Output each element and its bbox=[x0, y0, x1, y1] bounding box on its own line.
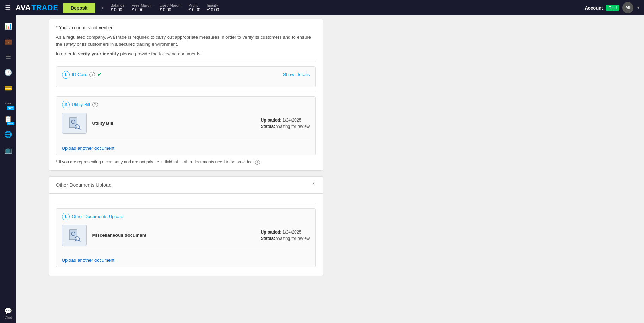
free-margin-label: Free Margin bbox=[132, 3, 152, 7]
account-prefix-text: * Your account is bbox=[56, 25, 91, 30]
sidebar-item-cards[interactable]: 💳 bbox=[1, 81, 15, 95]
balance-label: Balance bbox=[111, 3, 125, 7]
utility-bill-item-row: Utility Bill Uploaded: 1/24/2025 Status:… bbox=[62, 113, 310, 134]
id-card-check-icon: ✔ bbox=[97, 71, 102, 78]
other-docs-title: Other Documents Upload bbox=[56, 182, 112, 188]
other-docs-item-title: Other Documents Upload bbox=[72, 214, 124, 219]
not-verified-text: not verified bbox=[91, 25, 114, 30]
utility-bill-upload-link[interactable]: Upload another document bbox=[62, 145, 115, 151]
uploaded-label: Uploaded: bbox=[261, 118, 282, 123]
profit-label: Profit bbox=[188, 3, 198, 7]
global-icon: 🌐 bbox=[4, 131, 12, 138]
utility-bill-icon-box bbox=[62, 113, 87, 134]
misc-uploaded-label: Uploaded: bbox=[261, 230, 282, 235]
hamburger-menu[interactable]: ☰ bbox=[4, 2, 12, 13]
instruction-suffix: please provide the following documents: bbox=[119, 51, 202, 56]
document-search-icon bbox=[67, 116, 81, 130]
utility-bill-divider bbox=[62, 138, 310, 138]
other-docs-body: 1 Other Documents Upload bbox=[49, 194, 323, 276]
misc-doc-divider bbox=[62, 250, 310, 250]
free-margin-value: € 0.00 bbox=[132, 7, 143, 12]
cards-icon: 💳 bbox=[4, 84, 12, 92]
misc-doc-uploaded: Uploaded: 1/24/2025 bbox=[261, 230, 310, 235]
collapse-icon[interactable]: ⌃ bbox=[311, 182, 316, 188]
instruction-bold: verify your identity bbox=[78, 51, 119, 56]
sidebar-item-tv[interactable]: 📺 bbox=[1, 143, 15, 157]
company-note: * If you are representing a company and … bbox=[56, 160, 316, 165]
verification-instruction: In order to verify your identity please … bbox=[56, 50, 316, 57]
misc-document-icon bbox=[67, 228, 81, 242]
misc-doc-icon-box bbox=[62, 225, 87, 246]
instruction-prefix: In order to bbox=[56, 51, 78, 56]
id-card-title: ID Card bbox=[72, 72, 88, 77]
avatar[interactable]: MI bbox=[622, 2, 633, 13]
verification-description: As a regulated company, AvaTrade is requ… bbox=[56, 34, 316, 48]
balance-value: € 0.00 bbox=[111, 7, 122, 12]
profit-value: € 0.00 bbox=[188, 7, 200, 12]
used-margin-value: € 0.00 bbox=[160, 7, 171, 12]
sidebar-item-global[interactable]: 🌐 bbox=[1, 128, 15, 142]
account-label: Account bbox=[584, 5, 603, 11]
misc-uploaded-date: 1/24/2025 bbox=[283, 230, 301, 235]
sidebar-bottom: 💬 Chat bbox=[0, 307, 16, 323]
stat-equity: Equity € 0.00 bbox=[207, 3, 219, 12]
company-note-help-icon[interactable]: ? bbox=[255, 160, 260, 165]
nav-expand-arrow[interactable]: › bbox=[102, 5, 104, 11]
sidebar-item-chat[interactable]: 💬 Chat bbox=[1, 307, 15, 319]
utility-bill-status: Status: Waiting for review bbox=[261, 124, 310, 129]
misc-status-value: Waiting for review bbox=[276, 236, 310, 241]
misc-doc-upload-link[interactable]: Upload another document bbox=[62, 257, 115, 263]
account-status-row: * Your account is not verified bbox=[56, 25, 316, 30]
utility-bill-section: 2 Utility Bill ? bbox=[56, 96, 316, 155]
sidebar-item-reports[interactable]: 📋 New bbox=[1, 112, 15, 126]
tv-icon: 📺 bbox=[4, 146, 12, 154]
sidebar-item-history[interactable]: 🕐 bbox=[1, 66, 15, 80]
stat-profit: Profit € 0.00 bbox=[188, 3, 200, 12]
uploaded-date: 1/24/2025 bbox=[283, 118, 301, 123]
sidebar-item-watchlist[interactable]: ☰ bbox=[1, 50, 15, 64]
status-value: Waiting for review bbox=[276, 124, 310, 129]
list-icon: ☰ bbox=[5, 53, 11, 61]
utility-bill-header: 2 Utility Bill ? bbox=[62, 101, 310, 108]
identity-verification-card: * Your account is not verified As a regu… bbox=[49, 19, 323, 171]
real-badge: Real bbox=[606, 5, 619, 11]
used-margin-label: Used Margin bbox=[160, 3, 181, 7]
equity-label: Equity bbox=[207, 3, 218, 7]
show-details-link[interactable]: Show Details bbox=[283, 72, 310, 77]
chat-label: Chat bbox=[4, 316, 12, 319]
history-icon: 🕐 bbox=[4, 69, 12, 76]
divider-1 bbox=[56, 62, 316, 62]
svg-rect-0 bbox=[69, 118, 77, 128]
logo-ava: AVA bbox=[15, 3, 31, 12]
sidebar: 📊 💼 ☰ 🕐 💳 〜 New 📋 New 🌐 📺 💬 bbox=[0, 15, 16, 323]
account-section: Account Real MI ▼ bbox=[584, 2, 640, 13]
svg-line-7 bbox=[79, 240, 80, 242]
status-label: Status: bbox=[261, 124, 275, 129]
utility-bill-title: Utility Bill bbox=[72, 102, 90, 107]
utility-bill-number: 2 bbox=[62, 101, 70, 108]
other-docs-divider-top bbox=[56, 204, 316, 204]
other-docs-header[interactable]: Other Documents Upload ⌃ bbox=[49, 176, 323, 194]
account-dropdown-arrow[interactable]: ▼ bbox=[636, 5, 640, 10]
sidebar-item-portfolio[interactable]: 💼 bbox=[1, 35, 15, 49]
sidebar-item-charts[interactable]: 📊 bbox=[1, 19, 15, 33]
deposit-button[interactable]: Deposit bbox=[63, 3, 95, 13]
utility-bill-meta: Uploaded: 1/24/2025 Status: Waiting for … bbox=[261, 118, 310, 129]
utility-bill-help-icon[interactable]: ? bbox=[92, 102, 98, 107]
nav-stats: Balance € 0.00 Free Margin € 0.00 Used M… bbox=[111, 3, 581, 12]
sidebar-item-signals[interactable]: 〜 New bbox=[1, 97, 15, 111]
stat-used-margin: Used Margin € 0.00 bbox=[160, 3, 181, 12]
other-docs-item-row: Miscellaneous document Uploaded: 1/24/20… bbox=[62, 225, 310, 246]
page-content: * Your account is not verified As a regu… bbox=[42, 19, 330, 283]
misc-doc-name: Miscellaneous document bbox=[92, 232, 255, 238]
content-area[interactable]: * Your account is not verified As a regu… bbox=[16, 15, 355, 323]
divider-2 bbox=[56, 92, 316, 92]
portfolio-icon: 💼 bbox=[4, 38, 12, 45]
signals-new-badge: New bbox=[7, 106, 14, 110]
main-layout: 📊 💼 ☰ 🕐 💳 〜 New 📋 New 🌐 📺 💬 bbox=[0, 15, 644, 323]
id-card-help-icon[interactable]: ? bbox=[89, 72, 95, 77]
other-docs-item-number: 1 bbox=[62, 213, 70, 220]
id-card-section: 1 ID Card ? ✔ Show Details bbox=[56, 66, 316, 87]
misc-doc-status: Status: Waiting for review bbox=[261, 236, 310, 241]
chat-icon: 💬 bbox=[4, 307, 12, 315]
